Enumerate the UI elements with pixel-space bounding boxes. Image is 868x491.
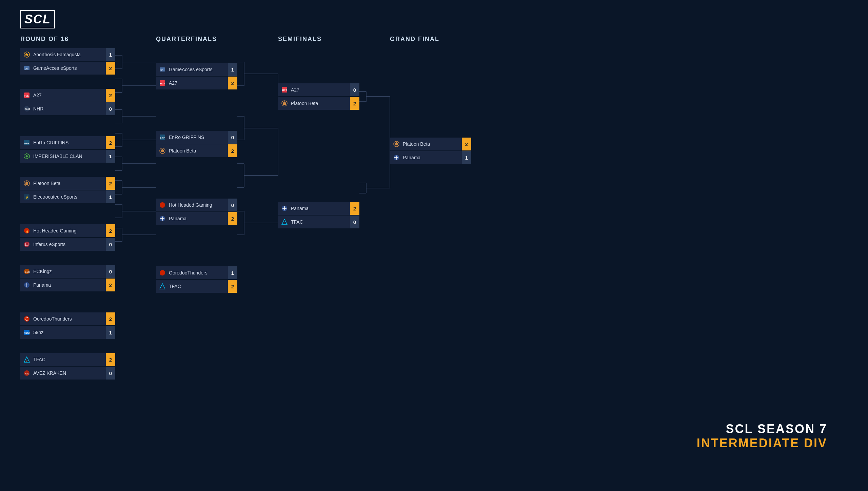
panama-qf-icon <box>159 215 166 222</box>
table-row: G\ GameAcces eSports 2 <box>20 62 115 75</box>
tfac-sf-icon <box>281 218 288 226</box>
team-score: 2 <box>228 144 237 157</box>
team-score: 2 <box>228 280 237 293</box>
platoon-icon <box>23 180 31 187</box>
team-score: 1 <box>462 151 471 164</box>
team-score: 1 <box>106 150 115 163</box>
team-name: A27 <box>291 87 357 93</box>
team-score: 0 <box>350 216 359 228</box>
svg-text:🔥: 🔥 <box>25 229 29 233</box>
table-row: 59hz 59hz 1 <box>20 326 115 339</box>
team-name: 59hz <box>33 330 113 335</box>
a27-icon: R27 <box>23 91 31 99</box>
team-score: 2 <box>106 279 115 291</box>
svg-text:R27: R27 <box>160 82 165 85</box>
team-score: 2 <box>106 177 115 190</box>
eckingz-icon: ECK <box>23 268 31 275</box>
qf-matchup-4: OoredooThunders 1 TFAC 2 <box>156 266 237 293</box>
qf-matchup-3: Hot Headed Gaming 0 Panama 2 <box>156 199 237 226</box>
team-score: 1 <box>106 326 115 339</box>
team-score: 2 <box>106 89 115 102</box>
team-score: 0 <box>106 265 115 278</box>
table-row: Platoon Beta 2 <box>390 138 471 150</box>
r16-matchup-8: ⚡ TFAC 2 AVZ AVEZ KRAKEN 0 <box>20 353 115 380</box>
table-row: GRIF EnRo GRIFFINS 2 <box>20 136 115 149</box>
r16-matchup-5: 🔥 Hot Headed Gaming 2 Inferus eSports 0 <box>20 224 115 251</box>
round-of-16: ROUND OF 16 Anorthosis Famagusta 1 G\ Ga… <box>20 36 115 387</box>
ooredoo-icon <box>23 315 31 323</box>
team-score: 0 <box>106 102 115 115</box>
table-row: Platoon Beta 2 <box>156 144 237 157</box>
team-score: 2 <box>106 136 115 149</box>
r16-matchup-6: ECK ECKingz 0 Panama 2 <box>20 265 115 292</box>
team-score: 0 <box>228 199 237 211</box>
team-name: EnRo GRIFFINS <box>33 140 113 145</box>
hotheaded-icon: 🔥 <box>23 227 31 234</box>
table-row: TFAC 0 <box>278 216 359 228</box>
svg-text:G\: G\ <box>25 67 28 70</box>
table-row: ⚡ TFAC 2 <box>20 353 115 366</box>
a27-qf-icon: R27 <box>159 79 166 87</box>
table-row: GRIF EnRo GRIFFINS 0 <box>156 131 237 144</box>
table-row: Platoon Beta 2 <box>278 97 359 110</box>
team-name: Panama <box>169 216 235 221</box>
r16-matchup-1: Anorthosis Famagusta 1 G\ GameAcces eSpo… <box>20 48 115 75</box>
team-name: IMPERISHABLE CLAN <box>33 154 113 159</box>
table-row: OoredooThunders 1 <box>156 266 237 279</box>
team-score: 0 <box>106 238 115 251</box>
table-row: Panama 1 <box>390 151 471 164</box>
team-name: Panama <box>33 282 113 288</box>
scl-season: SCL SEASON 7 INTERMEDIATE DIV <box>697 422 827 450</box>
anorthosis-icon <box>23 51 31 58</box>
table-row: Panama 2 <box>156 212 237 225</box>
round-of-16-label: ROUND OF 16 <box>20 36 115 43</box>
svg-point-76 <box>24 242 29 247</box>
team-score: 0 <box>228 131 237 144</box>
team-name: Panama <box>291 206 357 211</box>
team-name: EnRo GRIFFINS <box>169 135 235 140</box>
tfac-icon: ⚡ <box>23 356 31 363</box>
semifinals-label: SEMIFINALS <box>278 36 359 43</box>
r16-matchup-3: GRIF EnRo GRIFFINS 2 IMPERISHABLE CLAN 1 <box>20 136 115 163</box>
team-name: ECKingz <box>33 269 113 274</box>
qf-matchup-1: G\ GameAcces eSports 1 R27 A27 2 <box>156 63 237 90</box>
team-name: Platoon Beta <box>169 148 235 154</box>
team-name: OoredooThunders <box>169 270 235 275</box>
svg-text:⚡: ⚡ <box>25 195 29 199</box>
platoon-sf-icon <box>281 100 288 107</box>
team-score: 1 <box>228 266 237 279</box>
table-row: Anorthosis Famagusta 1 <box>20 48 115 61</box>
season-line2: INTERMEDIATE DIV <box>697 436 827 450</box>
team-score: 2 <box>228 212 237 225</box>
team-score: 2 <box>228 77 237 89</box>
quarterfinals-label: QUARTERFINALS <box>156 36 237 43</box>
svg-text:AVZ: AVZ <box>25 372 30 375</box>
panama-gf-icon <box>393 154 400 161</box>
team-name: A27 <box>33 93 113 98</box>
team-score: 1 <box>106 48 115 61</box>
svg-text:GRIF: GRIF <box>160 137 165 139</box>
team-score: 2 <box>106 224 115 237</box>
team-name: Hot Headed Gaming <box>169 202 235 208</box>
team-name: Inferus eSports <box>33 242 113 247</box>
gf-matchup-1: Platoon Beta 2 Panama 1 <box>390 138 471 165</box>
nhr-icon: NHR <box>23 105 31 112</box>
grand-final: GRAND FINAL Platoon Beta 2 Panama 1 <box>390 36 471 171</box>
platoon-gf-icon <box>393 140 400 148</box>
sf-matchup-1: R27 A27 0 Platoon Beta 2 <box>278 83 359 110</box>
svg-text:G\: G\ <box>160 68 163 71</box>
table-row: 🔥 Hot Headed Gaming 2 <box>20 224 115 237</box>
enro-icon: GRIF <box>23 139 31 146</box>
team-name: Electrocuted eSports <box>33 194 113 200</box>
team-name: AVEZ KRAKEN <box>33 370 113 376</box>
svg-marker-97 <box>160 284 165 289</box>
r16-matchup-2: R27 A27 2 NHR NHR 0 <box>20 89 115 116</box>
r16-matchup-4: Platoon Beta 2 ⚡ Electrocuted eSports 1 <box>20 177 115 204</box>
table-row: R27 A27 2 <box>20 89 115 102</box>
team-name: Panama <box>403 155 469 160</box>
team-name: Anorthosis Famagusta <box>33 52 113 57</box>
grand-final-label: GRAND FINAL <box>390 36 471 43</box>
table-row: TFAC 2 <box>156 280 237 293</box>
quarterfinals: QUARTERFINALS G\ GameAcces eSports 1 R27… <box>156 36 237 300</box>
svg-text:59hz: 59hz <box>24 332 30 334</box>
